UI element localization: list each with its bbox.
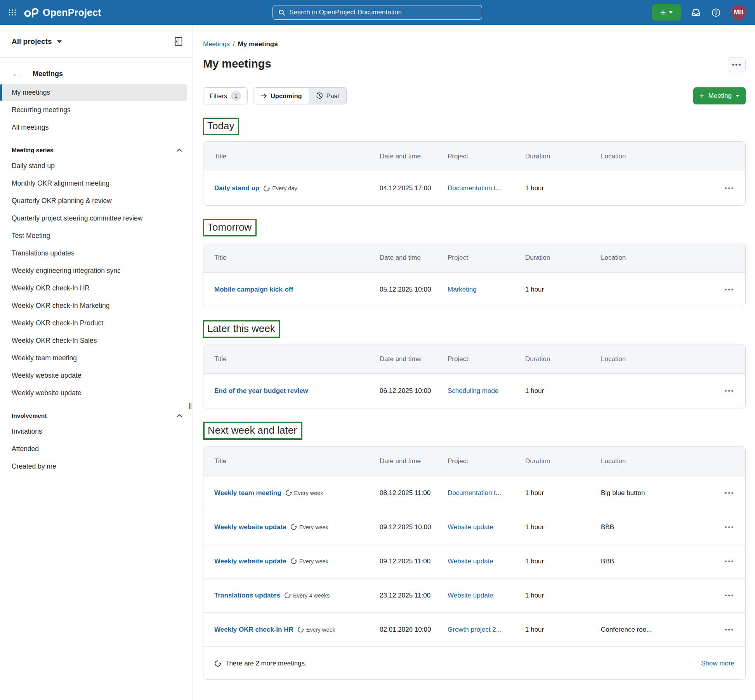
meeting-title-link[interactable]: End of the year budget review xyxy=(214,387,308,395)
page-more-menu-button[interactable]: ••• xyxy=(728,57,746,72)
chevron-down-icon xyxy=(736,95,739,97)
sidebar-item-series[interactable]: Test Meeting xyxy=(0,228,187,244)
project-link[interactable]: Documentation t... xyxy=(448,184,501,192)
recurring-icon xyxy=(290,558,297,565)
search-icon xyxy=(278,9,285,16)
title-divider xyxy=(203,81,746,81)
project-link[interactable]: Website update xyxy=(448,558,493,565)
breadcrumb-meetings-link[interactable]: Meetings xyxy=(203,40,230,48)
recurring-icon xyxy=(290,524,297,530)
search-input[interactable] xyxy=(289,9,476,16)
tab-upcoming[interactable]: Upcoming xyxy=(253,87,309,104)
sidebar-item-series[interactable]: Weekly website update xyxy=(0,385,187,401)
arrow-right-icon xyxy=(260,93,267,99)
avatar[interactable]: MB xyxy=(731,5,746,20)
meeting-duration: 1 hour xyxy=(525,387,601,395)
inbox-icon xyxy=(691,8,701,17)
meetings-table-next-week: Title Date and time Project Duration Loc… xyxy=(203,446,746,680)
project-link[interactable]: Website update xyxy=(448,523,493,531)
recurring-icon xyxy=(263,185,270,192)
meeting-title-link[interactable]: Weekly OKR check-In HR xyxy=(214,626,293,634)
filters-button[interactable]: Filters 1 xyxy=(203,87,248,104)
sidebar-item-series[interactable]: Weekly OKR check-In HR xyxy=(0,280,187,297)
recurring-icon xyxy=(285,490,292,496)
global-search[interactable] xyxy=(272,5,482,20)
sidebar-item-series[interactable]: Weekly engineering integration sync xyxy=(0,262,187,279)
recurrence-indicator: Every week xyxy=(297,626,335,633)
sidebar-item-series[interactable]: Weekly team meeting xyxy=(0,350,187,367)
meeting-datetime: 06.12.2025 10:00 xyxy=(380,387,448,395)
help-button[interactable] xyxy=(711,8,721,17)
app-grid-button[interactable] xyxy=(9,9,16,16)
sidebar-item-my-meetings[interactable]: My meetings xyxy=(0,84,187,101)
sidebar-section-involvement[interactable]: Involvement xyxy=(0,402,193,422)
grid-icon xyxy=(9,9,16,16)
openproject-logo[interactable]: OpenProject xyxy=(23,7,101,18)
meeting-title-link[interactable]: Weekly website update xyxy=(214,558,286,565)
row-more-menu-button[interactable]: ••• xyxy=(725,387,734,394)
project-selector[interactable]: All projects xyxy=(12,37,52,46)
row-more-menu-button[interactable]: ••• xyxy=(725,558,734,565)
sidebar-item-attended[interactable]: Attended xyxy=(0,441,187,457)
openproject-logo-icon xyxy=(23,7,39,18)
recurrence-indicator: Every 4 weeks xyxy=(284,592,330,599)
meeting-title-link[interactable]: Daily stand up xyxy=(214,184,259,192)
filters-count-badge: 1 xyxy=(231,91,241,101)
row-more-menu-button[interactable]: ••• xyxy=(725,592,734,599)
sidebar-item-all-meetings[interactable]: All meetings xyxy=(0,119,187,136)
project-link[interactable]: Scheduling mode xyxy=(448,387,498,394)
meetings-table-later-this-week: Title Date and time Project Duration Loc… xyxy=(203,344,746,408)
sidebar-item-series[interactable]: Daily stand up xyxy=(0,158,187,174)
project-link[interactable]: Growth project 2... xyxy=(448,626,502,633)
sidebar-item-series[interactable]: Quarterly OKR planning & review xyxy=(0,193,187,209)
table-row: Weekly OKR check-In HR Every week 02.01.… xyxy=(203,613,745,647)
notifications-inbox-button[interactable] xyxy=(691,8,701,17)
meeting-datetime: 23.12.2025 11:00 xyxy=(380,592,448,599)
project-link[interactable]: Documentation t... xyxy=(448,489,501,497)
meeting-title-link[interactable]: Mobile campaign kick-off xyxy=(214,286,293,294)
sidebar-section-meeting-series[interactable]: Meeting series xyxy=(0,137,193,157)
row-more-menu-button[interactable]: ••• xyxy=(725,185,734,191)
recurring-icon xyxy=(214,660,221,667)
meeting-duration: 1 hour xyxy=(525,489,601,497)
table-row: Mobile campaign kick-off 05.12.2025 10:0… xyxy=(203,273,745,307)
collapse-sidebar-button[interactable] xyxy=(174,36,183,47)
table-row: Daily stand up Every day 04.12.2025 17:0… xyxy=(203,171,745,205)
sidebar-item-series[interactable]: Weekly OKR check-In Product xyxy=(0,315,187,332)
sidebar-item-series[interactable]: Monthly OKR alignment meeting xyxy=(0,175,187,192)
project-link[interactable]: Marketing xyxy=(448,286,477,293)
sidebar-item-recurring-meetings[interactable]: Recurring meetings xyxy=(0,102,187,118)
recurrence-indicator: Every day xyxy=(263,185,297,192)
global-create-button[interactable]: + xyxy=(652,4,681,21)
sidebar-item-series[interactable]: Weekly OKR check-In Sales xyxy=(0,332,187,349)
meeting-title-link[interactable]: Weekly website update xyxy=(214,523,286,531)
meeting-title-link[interactable]: Weekly team meeting xyxy=(214,489,281,497)
sidebar-item-created-by-me[interactable]: Created by me xyxy=(0,458,187,475)
sidebar-item-series[interactable]: Weekly OKR check-In Marketing xyxy=(0,297,187,314)
sidebar-item-series[interactable]: Quarterly project steering committee rev… xyxy=(0,210,187,227)
recurring-icon xyxy=(284,592,291,599)
sidebar-item-series[interactable]: Translations updates xyxy=(0,245,187,262)
time-filter-segmented-control: Upcoming Past xyxy=(253,87,347,104)
back-arrow-icon[interactable]: ← xyxy=(12,69,21,78)
meetings-table-today: Title Date and time Project Duration Loc… xyxy=(203,141,746,206)
row-more-menu-button[interactable]: ••• xyxy=(725,524,734,530)
meeting-location: BBB xyxy=(601,558,717,565)
sidebar-item-invitations[interactable]: Invitations xyxy=(0,423,187,440)
help-icon xyxy=(711,8,721,17)
meetings-table-tomorrow: Title Date and time Project Duration Loc… xyxy=(203,243,746,307)
new-meeting-button[interactable]: + Meeting xyxy=(693,87,746,104)
table-footer: There are 2 more meetings. Show more xyxy=(203,647,745,679)
meeting-duration: 1 hour xyxy=(525,523,601,531)
row-more-menu-button[interactable]: ••• xyxy=(725,626,734,633)
row-more-menu-button[interactable]: ••• xyxy=(725,490,734,496)
table-row: Weekly team meeting Every week 08.12.202… xyxy=(203,476,745,510)
row-more-menu-button[interactable]: ••• xyxy=(725,286,734,293)
tab-past[interactable]: Past xyxy=(309,88,346,104)
table-row: Translations updates Every 4 weeks 23.12… xyxy=(203,578,745,613)
meeting-title-link[interactable]: Translations updates xyxy=(214,592,280,599)
show-more-link[interactable]: Show more xyxy=(701,660,734,667)
sidebar-resize-handle[interactable]: ‖ xyxy=(189,401,192,411)
sidebar-item-series[interactable]: Weekly website update xyxy=(0,367,187,384)
project-link[interactable]: Website update xyxy=(448,592,493,599)
